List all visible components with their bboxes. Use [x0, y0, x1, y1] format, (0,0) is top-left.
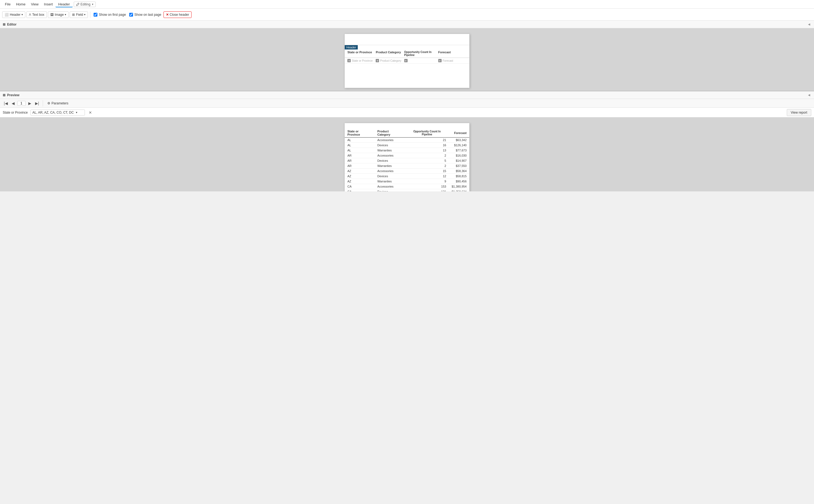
table-row: CADevices131$1,258,634	[345, 189, 469, 192]
table-cell: $126,140	[449, 143, 469, 148]
prev-page-button[interactable]: ◀	[11, 101, 16, 106]
table-row: ALDevices16$126,140	[345, 143, 469, 148]
preview-toolbar: |◀ ◀ 1 ▶ ▶| ⚙ Parameters	[0, 99, 814, 108]
next-page-button[interactable]: ▶	[27, 101, 32, 106]
table-placeholder-row: ⊞ State or Province ⊞ Product Category ⊞…	[345, 58, 469, 64]
field-button[interactable]: ⊞ Field ▾	[70, 11, 88, 18]
table-cell: Devices	[375, 189, 405, 192]
menu-insert[interactable]: Insert	[41, 1, 56, 7]
parameters-button[interactable]: ⚙ Parameters	[46, 101, 70, 106]
table-cell: 16	[405, 143, 449, 148]
menu-view[interactable]: View	[28, 1, 41, 7]
th-product: Product Category	[375, 129, 405, 138]
preview-table-header: State or Province Product Category Oppor…	[345, 129, 469, 138]
table-cell: AR	[345, 153, 375, 158]
first-page-button[interactable]: |◀	[3, 101, 9, 106]
table-cell: $58,815	[449, 174, 469, 179]
editor-title: Editor	[7, 23, 17, 26]
placeholder-forecast-text: Forecast	[443, 59, 453, 62]
field-dropdown-icon: ▾	[84, 13, 85, 16]
header-button[interactable]: ⬜ Header ▾	[2, 11, 25, 18]
table-cell: Warranties	[375, 148, 405, 153]
editor-area: Header State or Province Product Categor…	[0, 28, 814, 91]
header-section[interactable]: Header State or Province Product Categor…	[345, 45, 469, 64]
state-province-select[interactable]: AL, AR, AZ, CA, CO, CT, DC ▾	[30, 110, 85, 116]
show-last-page-input[interactable]	[129, 13, 133, 17]
preview-collapse-handle[interactable]: ◀	[808, 94, 811, 97]
image-dropdown-icon: ▾	[65, 13, 66, 16]
header-btn-label: Header	[10, 13, 20, 17]
table-cell: Warranties	[375, 163, 405, 169]
table-cell: $1,380,954	[449, 184, 469, 189]
menu-bar: File Home View Insert Header Editing ▾	[0, 0, 814, 9]
placeholder-opportunity: ⊞	[404, 59, 438, 62]
table-cell: 2	[405, 153, 449, 158]
preview-page: State or Province Product Category Oppor…	[344, 123, 470, 191]
table-cell: 12	[405, 174, 449, 179]
close-header-x-icon: ✕	[166, 13, 169, 17]
table-cell: $90,456	[449, 179, 469, 184]
table-cell: 15	[405, 169, 449, 174]
table-cell: Accessories	[375, 153, 405, 158]
table-cell: $1,258,634	[449, 189, 469, 192]
table-cell: 153	[405, 184, 449, 189]
field-icon: ⊞	[72, 13, 75, 17]
table-cell: AZ	[345, 174, 375, 179]
table-row: AZAccessories15$58,364	[345, 169, 469, 174]
col-state: State or Province	[347, 51, 376, 57]
placeholder-product-text: Product Category	[380, 59, 401, 62]
editor-collapse-handle[interactable]: ◀	[808, 23, 811, 26]
table-cell: AZ	[345, 169, 375, 174]
show-on-last-page-checkbox[interactable]: Show on last page	[128, 12, 162, 17]
view-report-button[interactable]: View report	[787, 109, 811, 116]
table-row: ARWarranties2$37,550	[345, 163, 469, 169]
table-cell: 13	[405, 148, 449, 153]
table-row: ALWarranties13$77,673	[345, 148, 469, 153]
header-label-text: Header	[345, 45, 358, 49]
field-btn-label: Field	[76, 13, 83, 17]
image-icon: 🖼	[50, 13, 54, 17]
show-on-first-page-checkbox[interactable]: Show on first page	[92, 12, 127, 17]
table-row: CAAccessories153$1,380,954	[345, 184, 469, 189]
preview-content: State or Province Product Category Oppor…	[0, 117, 814, 191]
toolbar: ⬜ Header ▾ A Text box 🖼 Image ▾ ⊞ Field …	[0, 9, 814, 21]
table-cell: $16,030	[449, 153, 469, 158]
menu-home[interactable]: Home	[13, 1, 28, 7]
menu-file[interactable]: File	[2, 1, 13, 7]
preview-section-header: ⊞ Preview ◀	[0, 91, 814, 99]
placeholder-forecast: ⊞ Forecast	[438, 59, 467, 62]
table-cell: $77,673	[449, 148, 469, 153]
editor-section-header: ⊞ Editor ◀	[0, 21, 814, 28]
table-cell: Accessories	[375, 184, 405, 189]
table-cell: AR	[345, 158, 375, 163]
page-bottom-margin	[345, 64, 469, 85]
header-dropdown-icon: ▾	[21, 13, 23, 16]
table-cell: Devices	[375, 158, 405, 163]
state-province-param-label: State or Province	[3, 111, 28, 114]
table-cell: $58,364	[449, 169, 469, 174]
close-header-label: Close header	[170, 13, 189, 17]
preview-title: Preview	[7, 93, 19, 97]
table-row: AZDevices12$58,815	[345, 174, 469, 179]
page-number-input[interactable]: 1	[17, 101, 26, 106]
col-opportunity: Opportunity Count In Pipeline	[404, 51, 438, 57]
header-label: Header	[345, 45, 469, 49]
product-field-icon: ⊞	[376, 59, 379, 62]
editing-dropdown-icon: ▾	[92, 3, 93, 6]
textbox-button[interactable]: A Text box	[26, 11, 47, 18]
close-header-button[interactable]: ✕ Close header	[163, 11, 191, 18]
table-cell: AL	[345, 143, 375, 148]
params-bar: State or Province AL, AR, AZ, CA, CO, CT…	[0, 108, 814, 117]
last-page-button[interactable]: ▶|	[34, 101, 40, 106]
editing-badge[interactable]: Editing ▾	[74, 2, 96, 7]
editor-icon: ⊞	[3, 23, 5, 26]
table-cell: Devices	[375, 174, 405, 179]
show-first-page-input[interactable]	[94, 13, 97, 17]
placeholder-state-text: State or Province	[352, 59, 373, 62]
table-cell: Accessories	[375, 138, 405, 143]
th-forecast: Forecast	[449, 129, 469, 138]
params-clear-button[interactable]: ✕	[88, 110, 93, 115]
image-button[interactable]: 🖼 Image ▾	[48, 11, 69, 18]
state-province-value: AL, AR, AZ, CA, CO, CT, DC	[32, 111, 74, 114]
menu-header[interactable]: Header	[55, 1, 73, 7]
